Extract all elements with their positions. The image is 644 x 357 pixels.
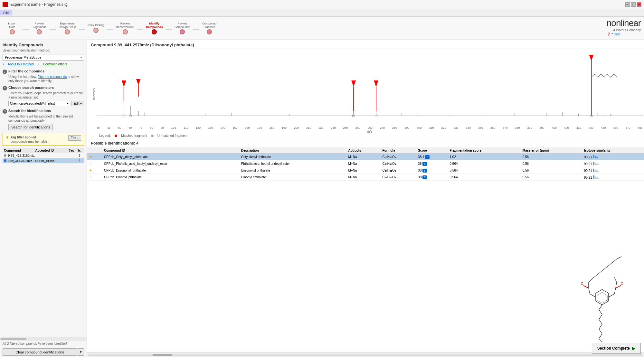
step-1-desc: Using the list below, filter the compoun… — [3, 75, 84, 83]
row-1-description: Octyl decyl phthalate — [239, 154, 346, 160]
help-button[interactable]: ❓ ? Help — [607, 33, 641, 36]
unmatched-fragment-icon — [151, 135, 154, 137]
row-1-frag: 1.02 — [448, 154, 521, 160]
x-tick: 270 — [380, 126, 385, 129]
x-tick: 90 — [161, 126, 164, 129]
th-adducts: Adducts — [346, 148, 380, 154]
compound-2-ic: 4 — [76, 159, 83, 163]
x-tick: 70 — [139, 126, 142, 129]
workflow-step-identify-compounds[interactable]: IdentifyCompounds — [144, 21, 165, 35]
step-2-desc: Select your MetaScope search parameters … — [3, 91, 84, 99]
workflow-connector-1 — [23, 29, 29, 30]
table-row[interactable]: ☆ CPPdb_Dinonyl_phthalate Dinonyl phthal… — [87, 174, 644, 181]
scrollbar-track — [88, 354, 643, 356]
step-1-title: Filter the compounds — [8, 69, 44, 73]
x-tick: 310 — [429, 126, 434, 129]
svg-line-50 — [614, 277, 617, 282]
left-scroll-thumb — [1, 338, 26, 340]
bottom-scrollbar[interactable] — [87, 352, 644, 357]
workflow-step-review-compounds[interactable]: ReviewCompounds — [173, 21, 192, 35]
workflow-step-import-data[interactable]: ImportData — [3, 21, 22, 35]
table-row[interactable]: ★ CPPdb_Octyl_decyl_phthalate Octyl decy… — [87, 154, 644, 160]
x-tick: 130 — [208, 126, 213, 129]
row-2-star[interactable]: ☆ — [87, 160, 102, 167]
method-dropdown[interactable]: Progenesis MetaScope ▾ — [3, 54, 84, 61]
svg-marker-31 — [351, 80, 356, 87]
x-tick: 60 — [128, 126, 132, 129]
edit-button[interactable]: Edit ▾ — [71, 101, 84, 106]
filter-compounds-link[interactable]: filter the compounds — [38, 75, 67, 79]
row-2-description: Phthalic acid, heptyl undecyl ester — [239, 160, 346, 167]
row-4-frag: 0.564 — [448, 174, 521, 181]
param-dropdown-value: ChemicalsAssociatedWith plast — [10, 102, 55, 105]
step-3-desc: Identifications will be assigned to the … — [3, 114, 84, 123]
compound-row-2[interactable]: 9.89_441.2978m/z CPPdb_Diison... 4 — [3, 158, 84, 164]
th-isotope: Isotope similarity — [582, 148, 644, 154]
close-button[interactable]: ✕ — [637, 2, 641, 7]
step-1-block: 1 Filter the compounds Using the list be… — [3, 69, 84, 83]
compound-row-1[interactable]: 9.89_419.3160m/z 6 — [3, 153, 84, 158]
tag-filter-edit-button[interactable]: Edit... — [68, 135, 81, 141]
brand-name: nonlinear — [607, 18, 641, 28]
x-tick: 380 — [515, 126, 520, 129]
x-tick: 260 — [368, 126, 373, 129]
th-formula: Formula — [381, 148, 416, 154]
svg-marker-27 — [122, 80, 126, 87]
file-menu[interactable]: File — [0, 10, 12, 15]
row-4-star[interactable]: ☆ — [87, 174, 102, 181]
row-3-score-badge: B — [422, 169, 427, 173]
table-row[interactable]: ☆ CPPdb_Phthalic_acid_heptyl_undecyl_est… — [87, 160, 644, 167]
row-4-compound-id: CPPdb_Dinonyl_phthalate — [102, 174, 239, 181]
row-3-description: Diisononyl phthalate — [239, 167, 346, 174]
workflow-step-review-deconvolution[interactable]: ReviewDeconvolution — [114, 21, 136, 35]
th-description: Description — [239, 148, 346, 154]
row-4-adducts: M+Na — [346, 174, 380, 181]
left-panel-scrollbar[interactable] — [0, 337, 87, 341]
maximize-button[interactable]: □ — [631, 2, 636, 7]
th-star — [87, 148, 102, 154]
compound-detail-title: Compound 9.89_441.2978m/z (Diisononyl ph… — [87, 40, 644, 49]
row-1-score: 38.1 B — [416, 154, 448, 160]
clear-identifications-button[interactable]: Clear compound identifications — [3, 348, 77, 356]
row-3-formula: C₂₆H₄₂O₄ — [381, 167, 416, 174]
th-frag-score: Fragmentation score — [448, 148, 521, 154]
x-tick: 390 — [527, 126, 532, 129]
x-tick: 330 — [454, 126, 459, 129]
workflow-step-compound-statistics[interactable]: CompoundStatistics — [200, 21, 219, 35]
step-1-num: 1 — [3, 70, 7, 74]
search-identifications-button[interactable]: Search for identifications — [8, 124, 53, 130]
about-method-link[interactable]: About this method — [8, 62, 34, 66]
row-1-formula: C₂₅H₄₀O₄ — [381, 154, 416, 160]
brand-logo: nonlinear A Waters Company ❓ ? Help — [607, 18, 641, 36]
row-2-formula: C₂₅H₄₀O₄ — [381, 160, 416, 167]
row-3-mass-error: 0.56 — [521, 167, 582, 174]
param-dropdown[interactable]: ChemicalsAssociatedWith plast ▾ — [8, 101, 70, 106]
row-1-mass-error: 0.56 — [521, 154, 582, 160]
row-2-score-badge: B — [422, 162, 427, 166]
x-tick: 170 — [257, 126, 262, 129]
row-4-description: Dinonyl phthalate — [239, 174, 346, 181]
compound-col-header-name: Compound — [4, 149, 35, 152]
table-row[interactable]: ★ CPPdb_Diisononyl_phthalate Diisononyl … — [87, 167, 644, 174]
row-1-adducts: M+Na — [346, 154, 380, 160]
compound-col-header-ic: Ic — [76, 149, 83, 152]
x-tick: 470 — [625, 126, 630, 129]
workflow-dot-alignment — [37, 29, 42, 34]
section-complete-button[interactable]: Section Complete ▶ — [592, 343, 641, 354]
svg-line-40 — [589, 288, 590, 294]
workflow-dot-import — [10, 29, 15, 34]
workflow-step-peak-picking[interactable]: Peak Picking — [86, 23, 106, 33]
clear-identifications-arrow[interactable]: ▾ — [78, 348, 84, 356]
x-tick: 80 — [150, 126, 153, 129]
row-3-star[interactable]: ★ — [87, 167, 102, 174]
download-others-link[interactable]: Download others — [43, 62, 67, 66]
row-3-frag: 0.564 — [448, 167, 521, 174]
row-1-star[interactable]: ★ — [87, 154, 102, 160]
identify-compounds-subtitle: Select your identification method: — [3, 49, 84, 52]
x-tick: 480 — [638, 126, 643, 129]
workflow-step-review-alignment[interactable]: ReviewAlignment — [30, 21, 49, 35]
x-tick: 420 — [564, 126, 569, 129]
workflow-step-experiment-design[interactable]: ExperimentDesign Setup — [57, 21, 78, 35]
minimize-button[interactable]: — — [625, 2, 630, 7]
brand-sub: A Waters Company — [607, 28, 641, 32]
